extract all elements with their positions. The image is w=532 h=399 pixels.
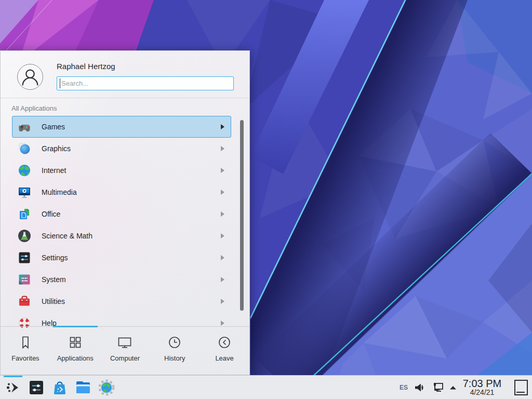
internet-icon: [18, 164, 31, 177]
category-label: Settings: [42, 254, 68, 262]
category-list: Games Graphics Internet: [1, 114, 249, 328]
tab-favorites[interactable]: Favorites: [1, 327, 50, 375]
category-utilities[interactable]: Utilities: [12, 290, 231, 312]
category-help[interactable]: Help: [12, 312, 231, 328]
tab-label: Leave: [215, 354, 233, 362]
expand-tray-button[interactable]: [449, 385, 457, 390]
tab-label: Applications: [57, 354, 94, 362]
category-label: Multimedia: [42, 188, 77, 196]
section-label: All Applications: [11, 104, 57, 112]
system-tray: ES 7:03 PM 4/24/21: [400, 378, 532, 396]
taskbar-panel: ES 7:03 PM 4/24/21: [0, 375, 532, 399]
tab-label: Computer: [110, 354, 140, 362]
system-settings-icon: [28, 379, 45, 396]
category-system[interactable]: System: [12, 269, 231, 290]
tab-label: Favorites: [11, 354, 39, 362]
tab-applications[interactable]: Applications: [50, 327, 100, 375]
tab-history[interactable]: History: [150, 327, 200, 375]
discover-icon: [51, 379, 68, 396]
volume-button[interactable]: [414, 382, 425, 393]
applications-icon: [68, 335, 83, 350]
application-launcher-button[interactable]: [3, 376, 23, 399]
network-button[interactable]: [431, 382, 444, 393]
science-icon: [18, 229, 31, 243]
network-icon: [431, 382, 444, 393]
discover-button[interactable]: [50, 376, 70, 399]
category-science-math[interactable]: Science & Math: [12, 225, 231, 247]
file-manager-button[interactable]: [73, 376, 93, 399]
file-manager-icon: [75, 379, 91, 396]
category-internet[interactable]: Internet: [12, 159, 231, 181]
web-browser-button[interactable]: [97, 376, 116, 399]
submenu-arrow-icon: [221, 168, 224, 173]
multimedia-icon: [18, 185, 31, 199]
clock-date: 4/24/21: [462, 389, 502, 396]
digital-clock[interactable]: 7:03 PM 4/24/21: [462, 378, 502, 396]
submenu-arrow-icon: [221, 211, 224, 217]
category-games[interactable]: Games: [12, 116, 231, 138]
history-icon: [167, 335, 182, 350]
list-scrollbar[interactable]: [240, 120, 244, 311]
category-office[interactable]: Office: [12, 203, 231, 225]
submenu-arrow-icon: [221, 255, 224, 260]
menu-tab-bar: Favorites Applications Computer History: [1, 326, 249, 375]
category-graphics[interactable]: Graphics: [12, 138, 231, 159]
category-settings[interactable]: Settings: [12, 247, 231, 269]
system-settings-button[interactable]: [26, 376, 46, 399]
category-label: Games: [42, 123, 65, 131]
keyboard-layout-indicator[interactable]: ES: [400, 384, 408, 391]
application-launcher-menu: Raphael Hertzog All Applications Games: [0, 50, 250, 375]
favorites-icon: [18, 335, 33, 350]
system-icon: [18, 273, 31, 286]
category-label: Graphics: [42, 144, 71, 153]
office-icon: [18, 207, 31, 221]
menu-header: Raphael Hertzog: [1, 51, 249, 98]
show-desktop-button[interactable]: [514, 380, 528, 395]
submenu-arrow-icon: [221, 299, 224, 304]
tab-leave[interactable]: Leave: [200, 327, 249, 375]
user-avatar[interactable]: [17, 64, 43, 90]
category-label: Science & Math: [42, 232, 92, 240]
tab-label: History: [164, 354, 185, 362]
search-field-wrap: [57, 76, 234, 90]
submenu-arrow-icon: [221, 321, 224, 326]
utilities-icon: [18, 295, 31, 308]
clock-time: 7:03 PM: [462, 378, 502, 389]
expand-tray-icon: [449, 385, 457, 390]
submenu-arrow-icon: [221, 190, 224, 195]
category-label: Utilities: [42, 297, 65, 305]
category-multimedia[interactable]: Multimedia: [12, 181, 231, 203]
task-launchers: [0, 376, 116, 399]
app-launcher-icon: [5, 379, 21, 396]
tab-computer[interactable]: Computer: [100, 327, 150, 375]
category-label: Internet: [42, 166, 66, 175]
user-icon: [18, 64, 43, 89]
graphics-icon: [18, 142, 31, 155]
category-label: System: [42, 275, 66, 284]
computer-icon: [117, 335, 132, 350]
submenu-arrow-icon: [221, 124, 224, 129]
submenu-arrow-icon: [221, 146, 224, 151]
leave-icon: [217, 335, 232, 350]
category-label: Office: [42, 210, 60, 218]
show-desktop-icon: [516, 392, 525, 393]
submenu-arrow-icon: [221, 277, 224, 282]
volume-icon: [414, 382, 425, 393]
web-browser-icon: [98, 379, 115, 396]
search-input[interactable]: [57, 76, 234, 90]
user-name: Raphael Hertzog: [57, 62, 115, 71]
games-icon: [18, 120, 31, 134]
submenu-arrow-icon: [221, 233, 224, 238]
text-cursor: [60, 78, 60, 88]
settings-icon: [18, 251, 31, 264]
